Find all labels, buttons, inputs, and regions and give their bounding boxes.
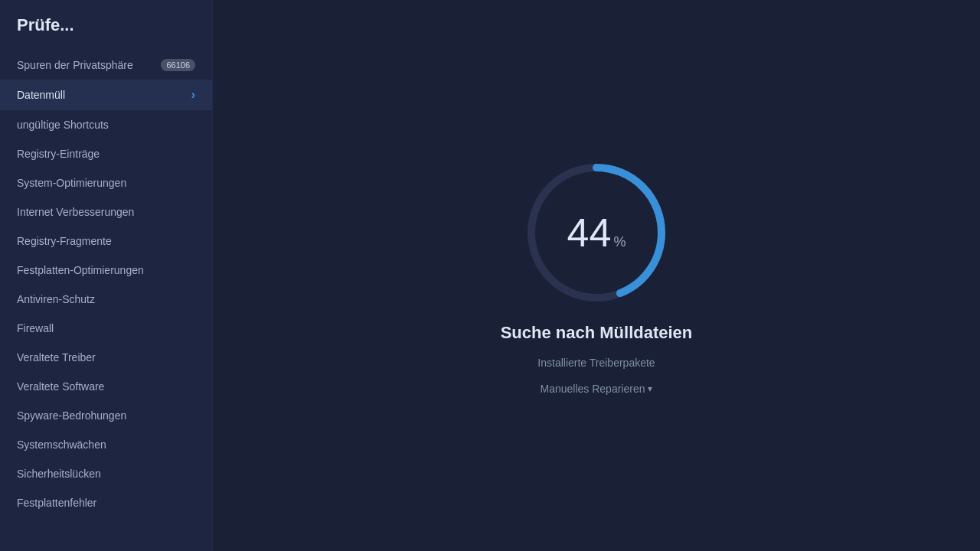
sidebar-item-label-spyware: Spyware-Bedrohungen [17,409,126,422]
sidebar-item-label-internet: Internet Verbesserungen [17,206,134,218]
sidebar-item-internet[interactable]: Internet Verbesserungen [0,197,212,227]
progress-container: 44 % Suche nach Mülldateien Installierte… [501,156,693,395]
sidebar-item-registry-fragmente[interactable]: Registry-Fragmente [0,227,212,256]
progress-text: 44 % [567,213,626,253]
sidebar-item-arrow-datenmuell: › [191,88,195,102]
manual-repair-label: Manuelles Reparieren [541,383,645,395]
sidebar-item-veraltete-treiber[interactable]: Veraltete Treiber [0,343,212,372]
sidebar-item-shortcuts[interactable]: ungültige Shortcuts [0,110,212,139]
sidebar-item-festplattenfehler[interactable]: Festplattenfehler [0,488,212,517]
progress-number: 44 [567,213,612,253]
sidebar-item-label-veraltete-treiber: Veraltete Treiber [17,351,96,364]
sidebar-item-veraltete-software[interactable]: Veraltete Software [0,372,212,401]
sidebar-item-systemschwaehen[interactable]: Systemschwächen [0,430,212,459]
sidebar-item-label-spuren: Spuren der Privatsphäre [17,59,133,71]
sidebar-item-system[interactable]: System-Optimierungen [0,168,212,197]
sidebar-item-label-firewall: Firewall [17,322,54,334]
sidebar-item-label-veraltete-software: Veraltete Software [17,380,104,393]
sidebar-item-registry[interactable]: Registry-Einträge [0,139,212,168]
sidebar-item-sicherheitsluecken[interactable]: Sicherheitslücken [0,459,212,488]
dropdown-arrow-icon: ▾ [648,383,652,394]
sidebar: Prüfe... Spuren der Privatsphäre66106Dat… [0,0,213,551]
sidebar-item-antivirus[interactable]: Antiviren-Schutz [0,285,212,314]
scan-subtitle: Installierte Treiberpakete [537,357,655,369]
sidebar-item-spuren[interactable]: Spuren der Privatsphäre66106 [0,51,212,80]
sidebar-item-firewall[interactable]: Firewall [0,314,212,343]
sidebar-item-label-system: System-Optimierungen [17,177,126,189]
sidebar-item-datenmuell[interactable]: Datenmüll› [0,80,212,110]
sidebar-item-label-registry: Registry-Einträge [17,148,100,160]
scan-title: Suche nach Mülldateien [501,323,693,343]
sidebar-item-label-registry-fragmente: Registry-Fragmente [17,235,112,247]
sidebar-item-label-antivirus: Antiviren-Schutz [17,293,95,305]
manual-repair-button[interactable]: Manuelles Reparieren ▾ [541,383,653,395]
sidebar-title: Prüfe... [0,15,212,51]
sidebar-item-label-shortcuts: ungültige Shortcuts [17,119,109,131]
sidebar-item-label-systemschwaehen: Systemschwächen [17,439,106,451]
sidebar-item-badge-spuren: 66106 [161,59,195,71]
sidebar-item-spyware[interactable]: Spyware-Bedrohungen [0,401,212,430]
sidebar-item-label-datenmuell: Datenmüll [17,89,65,101]
sidebar-item-label-festplattenfehler: Festplattenfehler [17,497,96,509]
circular-progress: 44 % [520,156,673,309]
sidebar-item-festplatten[interactable]: Festplatten-Optimierungen [0,256,212,285]
sidebar-item-label-sicherheitsluecken: Sicherheitslücken [17,468,101,480]
sidebar-item-label-festplatten: Festplatten-Optimierungen [17,264,144,276]
main-content: 44 % Suche nach Mülldateien Installierte… [213,0,980,551]
progress-percent-symbol: % [613,234,626,250]
